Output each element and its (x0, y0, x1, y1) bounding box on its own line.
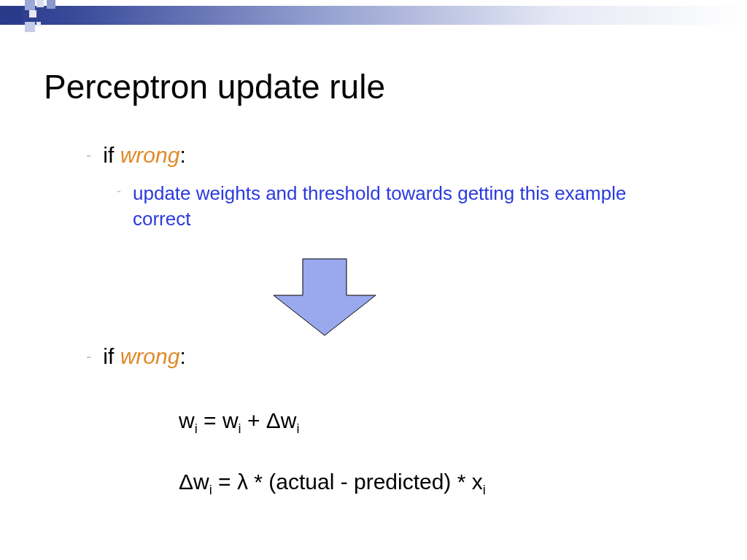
bullet-if-wrong-2: - if wrong: (86, 344, 186, 369)
decor-square (7, 7, 22, 22)
eq-w: w (179, 408, 195, 432)
if-text: if (103, 143, 120, 167)
eq-sub-i: i (296, 421, 299, 436)
decor-square (36, 0, 44, 7)
bullet-dash-icon: - (117, 184, 121, 200)
eq-plus: + (241, 408, 266, 432)
eq-sub-i: i (483, 483, 486, 497)
header-bar (0, 6, 747, 25)
equation-delta-w: Δwi = λ * (actual - predicted) * xi (179, 470, 486, 498)
slide-title: Perceptron update rule (44, 67, 385, 106)
bullet-update-weights: - update weights and threshold towards g… (117, 181, 703, 232)
eq-w: w (222, 408, 239, 432)
svg-marker-0 (274, 259, 376, 335)
bullet-text: if wrong: (103, 143, 185, 168)
eq-rhs: = λ * (actual - predicted) * (212, 470, 472, 494)
bullet-dash-icon: - (86, 347, 91, 366)
if-text: if (103, 344, 120, 368)
eq-equals: = (198, 408, 222, 432)
eq-x: x (472, 470, 483, 494)
down-arrow-icon (270, 255, 379, 339)
colon: : (179, 143, 185, 167)
bullet-if-wrong-1: - if wrong: (86, 143, 186, 168)
decor-square (47, 0, 55, 9)
wrong-text: wrong (120, 143, 180, 167)
slide: Perceptron update rule - if wrong: - upd… (0, 0, 747, 560)
bullet-text: if wrong: (103, 344, 185, 369)
eq-delta-w: Δw (266, 408, 297, 432)
decor-square (29, 10, 36, 18)
eq-delta-w: Δw (179, 470, 209, 494)
decor-square (36, 22, 41, 26)
bullet-text: update weights and threshold towards get… (133, 181, 687, 232)
wrong-text: wrong (120, 344, 180, 368)
decor-square (25, 22, 35, 32)
decor-square (25, 0, 35, 10)
colon: : (179, 344, 185, 368)
equation-weight-update: wi = wi + Δwi (179, 408, 299, 437)
bullet-dash-icon: - (86, 146, 91, 165)
